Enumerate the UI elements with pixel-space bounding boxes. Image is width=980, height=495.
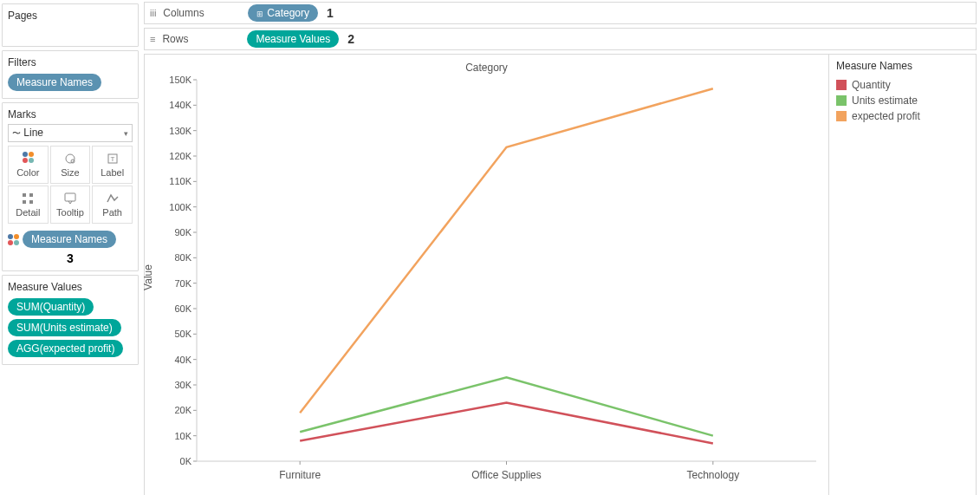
size-icon bbox=[63, 152, 77, 166]
annotation-1: 1 bbox=[327, 6, 334, 20]
rows-pill-measure-values[interactable]: Measure Values bbox=[247, 30, 339, 48]
marks-path-button[interactable]: Path bbox=[92, 186, 133, 224]
legend-swatch bbox=[836, 95, 847, 106]
mark-type-dropdown[interactable]: 〜 Line ▾ bbox=[8, 124, 133, 142]
svg-text:Furniture: Furniture bbox=[279, 469, 321, 481]
svg-text:130K: 130K bbox=[169, 126, 191, 136]
chart-area: Category Value 0K10K20K30K40K50K60K70K80… bbox=[144, 54, 977, 495]
mv-pill-units-estimate[interactable]: SUM(Units estimate) bbox=[8, 319, 121, 336]
marks-color-button[interactable]: Color bbox=[8, 146, 49, 184]
measure-values-title: Measure Values bbox=[8, 281, 133, 293]
svg-text:T: T bbox=[110, 155, 114, 163]
svg-text:Office Supplies: Office Supplies bbox=[471, 469, 542, 481]
mark-type-label: Line bbox=[23, 127, 43, 139]
main-area: iii Columns ⊞Category 1 ≡ Rows Measure V… bbox=[140, 0, 980, 495]
chart-title: Category bbox=[145, 55, 828, 75]
legend: Measure Names QuantityUnits estimateexpe… bbox=[828, 55, 976, 495]
svg-rect-4 bbox=[23, 193, 26, 197]
annotation-3: 3 bbox=[8, 251, 133, 265]
filter-pill-measure-names[interactable]: Measure Names bbox=[8, 74, 101, 91]
marks-title: Marks bbox=[8, 108, 133, 120]
pages-card: Pages bbox=[2, 3, 139, 47]
sidebar: Pages Filters Measure Names Marks 〜 Line… bbox=[0, 0, 140, 495]
svg-text:150K: 150K bbox=[169, 75, 191, 85]
mv-pill-quantity[interactable]: SUM(Quantity) bbox=[8, 298, 94, 316]
marks-label-button[interactable]: T Label bbox=[92, 146, 133, 184]
filters-card: Filters Measure Names bbox=[2, 50, 139, 99]
svg-text:90K: 90K bbox=[174, 227, 191, 238]
pages-title: Pages bbox=[8, 10, 133, 22]
svg-text:20K: 20K bbox=[174, 405, 191, 415]
legend-swatch bbox=[836, 111, 847, 121]
svg-text:120K: 120K bbox=[169, 151, 191, 161]
svg-rect-8 bbox=[65, 193, 75, 201]
expand-icon: ⊞ bbox=[256, 10, 263, 18]
rows-label: Rows bbox=[162, 33, 240, 45]
chevron-down-icon: ▾ bbox=[124, 129, 128, 138]
legend-item[interactable]: Units estimate bbox=[836, 93, 969, 108]
marks-color-label: Color bbox=[16, 167, 39, 178]
tooltip-icon bbox=[63, 192, 77, 205]
svg-rect-5 bbox=[29, 193, 33, 197]
columns-icon: iii bbox=[150, 8, 156, 18]
svg-text:80K: 80K bbox=[174, 252, 191, 263]
measure-values-card: Measure Values SUM(Quantity) SUM(Units e… bbox=[2, 275, 139, 365]
legend-label: expected profit bbox=[852, 110, 920, 122]
rows-icon: ≡ bbox=[150, 34, 155, 44]
rows-shelf[interactable]: ≡ Rows Measure Values 2 bbox=[144, 28, 977, 50]
filters-title: Filters bbox=[8, 56, 133, 68]
chart-box: Category Value 0K10K20K30K40K50K60K70K80… bbox=[145, 55, 828, 495]
y-axis-label: Value bbox=[142, 264, 154, 290]
color-dots-icon bbox=[8, 234, 19, 245]
path-icon bbox=[106, 192, 120, 205]
svg-text:60K: 60K bbox=[174, 303, 191, 314]
svg-point-0 bbox=[66, 154, 75, 163]
svg-text:Technology: Technology bbox=[686, 469, 739, 481]
chart-svg: 0K10K20K30K40K50K60K70K80K90K100K110K120… bbox=[145, 75, 825, 495]
svg-text:0K: 0K bbox=[180, 456, 192, 466]
marks-color-assignment: Measure Names bbox=[8, 229, 133, 250]
svg-text:70K: 70K bbox=[174, 278, 191, 289]
marks-detail-label: Detail bbox=[16, 207, 40, 218]
svg-rect-7 bbox=[29, 200, 33, 204]
svg-rect-6 bbox=[23, 200, 26, 204]
marks-tooltip-button[interactable]: Tooltip bbox=[50, 186, 91, 224]
legend-label: Quantity bbox=[852, 79, 891, 91]
columns-shelf[interactable]: iii Columns ⊞Category 1 bbox=[144, 2, 977, 24]
legend-item[interactable]: expected profit bbox=[836, 108, 969, 124]
legend-swatch bbox=[836, 80, 847, 90]
marks-grid: Color Size T Label Detail Tooltip Path bbox=[8, 146, 133, 224]
svg-text:10K: 10K bbox=[174, 431, 191, 441]
legend-item[interactable]: Quantity bbox=[836, 77, 969, 93]
detail-icon bbox=[21, 192, 35, 205]
marks-path-label: Path bbox=[102, 207, 122, 218]
annotation-2: 2 bbox=[347, 32, 354, 46]
legend-title: Measure Names bbox=[836, 60, 969, 72]
columns-label: Columns bbox=[163, 7, 241, 19]
mv-pill-expected-profit[interactable]: AGG(expected profit) bbox=[8, 340, 123, 357]
svg-text:140K: 140K bbox=[169, 100, 191, 110]
legend-label: Units estimate bbox=[852, 94, 918, 107]
marks-label-label: Label bbox=[101, 167, 124, 178]
marks-color-pill[interactable]: Measure Names bbox=[23, 231, 116, 248]
columns-pill-label: Category bbox=[267, 7, 309, 19]
svg-text:30K: 30K bbox=[174, 380, 191, 390]
color-icon bbox=[23, 152, 34, 166]
marks-size-label: Size bbox=[61, 167, 79, 178]
marks-tooltip-label: Tooltip bbox=[56, 207, 84, 218]
svg-text:40K: 40K bbox=[174, 355, 191, 365]
marks-detail-button[interactable]: Detail bbox=[8, 186, 49, 224]
columns-pill-category[interactable]: ⊞Category bbox=[248, 4, 318, 22]
marks-size-button[interactable]: Size bbox=[50, 146, 91, 184]
svg-text:100K: 100K bbox=[169, 202, 191, 212]
svg-text:110K: 110K bbox=[169, 176, 191, 186]
svg-text:50K: 50K bbox=[174, 329, 191, 339]
marks-card: Marks 〜 Line ▾ Color Size T Label bbox=[2, 102, 139, 271]
label-icon: T bbox=[106, 152, 120, 166]
